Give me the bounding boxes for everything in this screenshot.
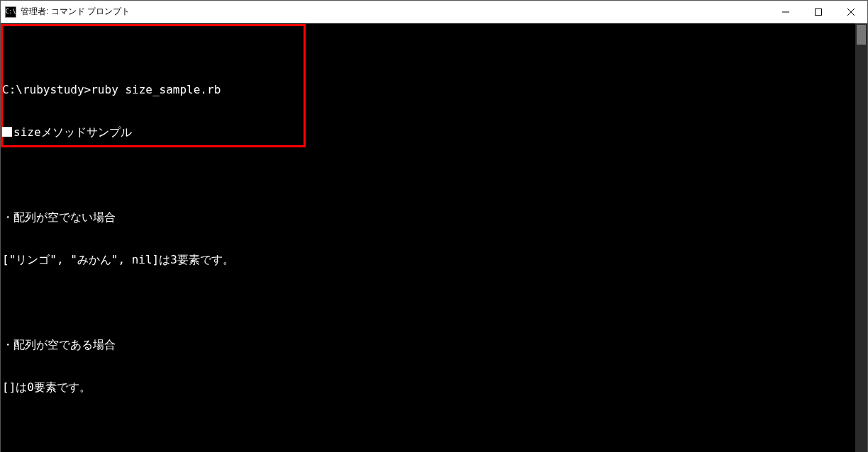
close-button[interactable] [835,1,867,23]
terminal-line: []は0要素です。 [2,380,854,395]
output-text: []は0要素です。 [2,380,91,394]
terminal-blank-line [2,168,854,182]
terminal-line: ・配列が空である場合 [2,338,854,352]
terminal-output[interactable]: C:\rubystudy>ruby size_sample.rb sizeメソッ… [1,23,855,452]
app-icon: C:\ [5,6,16,18]
close-icon [847,9,855,16]
window-title: 管理者: コマンド プロンプト [21,6,130,18]
output-text: sizeメソッドサンプル [13,125,132,139]
output-text: ["リンゴ", "みかん", nil]は3要素です。 [2,253,234,266]
vertical-scrollbar[interactable] [855,23,867,452]
maximize-button[interactable] [802,1,835,23]
minimize-button[interactable] [769,1,802,23]
maximize-icon [815,9,822,16]
terminal-blank-line [2,423,854,437]
svg-rect-1 [816,9,822,15]
prompt-text: C:\rubystudy> [2,83,91,96]
output-text: ・配列が空でない場合 [2,210,116,224]
command-text: ruby size_sample.rb [91,83,221,96]
command-prompt-window: C:\ 管理者: コマンド プロンプト C:\rubystudy>ruby si… [0,0,868,452]
terminal-line: ["リンゴ", "みかん", nil]は3要素です。 [2,253,854,267]
terminal-blank-line [2,295,854,310]
output-text: ・配列が空である場合 [2,338,116,351]
scrollbar-thumb[interactable] [857,25,866,45]
filled-square-icon [2,127,12,137]
terminal-line: sizeメソッドサンプル [2,125,854,140]
minimize-icon [782,9,789,16]
titlebar[interactable]: C:\ 管理者: コマンド プロンプト [1,1,867,23]
client-area: C:\rubystudy>ruby size_sample.rb sizeメソッ… [1,23,867,452]
terminal-line: C:\rubystudy>ruby size_sample.rb [2,83,854,97]
terminal-line: ・配列が空でない場合 [2,210,854,225]
app-icon-label: C:\ [6,9,16,15]
